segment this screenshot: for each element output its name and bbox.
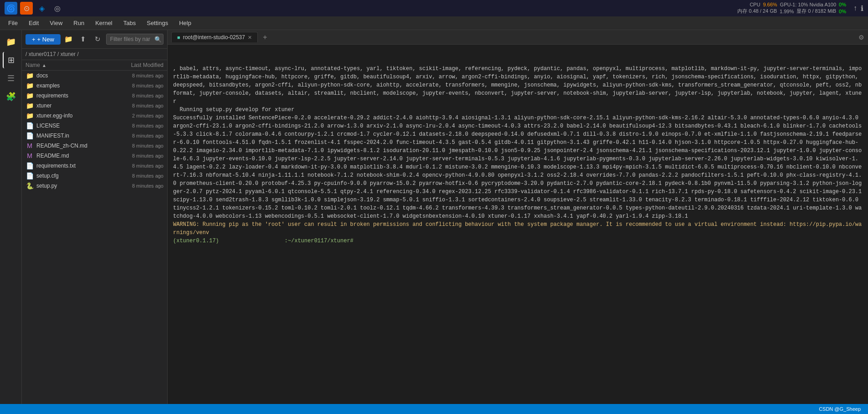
search-icon[interactable]: 🔍 xyxy=(154,36,162,43)
file-name: xtuner.egg-info xyxy=(36,112,104,119)
new-button[interactable]: + + New xyxy=(26,34,61,45)
sidebar-item-puzzle[interactable]: 🧩 xyxy=(3,88,19,105)
file-type-icon: 📁 xyxy=(26,82,34,89)
list-item[interactable]: 📁 examples 8 minutes ago xyxy=(22,81,167,91)
gpu-label: GPU-1: 10% Nvidia A100 xyxy=(780,2,837,7)
file-type-icon: 📁 xyxy=(26,102,34,109)
list-item[interactable]: M README_zh-CN.md 8 minutes ago xyxy=(22,141,167,151)
mem-label: 内存 0.48 / 24 GB xyxy=(737,8,777,15)
refresh-button[interactable]: ↻ xyxy=(92,33,104,46)
vscode-icon[interactable]: ◈ xyxy=(36,2,48,15)
file-name: MANIFEST.in xyxy=(36,133,104,139)
terminal-tab-label: root@intern-studio-02537 xyxy=(183,34,245,41)
list-item[interactable]: M README.md 8 minutes ago xyxy=(22,151,167,161)
sidebar-item-home[interactable]: ⊞ xyxy=(3,52,19,68)
filter-input-wrap: 🔍 xyxy=(106,34,163,45)
file-modified: 8 minutes ago xyxy=(104,153,163,158)
menu-run[interactable]: Run xyxy=(69,18,89,28)
cpu-label: CPU xyxy=(750,2,760,7)
col-name-header[interactable]: Name ▲ xyxy=(26,62,104,68)
terminal-tab-icon: ■ xyxy=(177,35,180,40)
display-label: 显存 0 / 8182 MiB xyxy=(797,8,836,15)
file-modified: 8 minutes ago xyxy=(104,163,163,169)
file-type-icon: 📁 xyxy=(26,92,34,99)
cpu-value: 9.66% xyxy=(763,2,777,7)
file-name: setup.cfg xyxy=(36,173,104,179)
file-type-icon: 📁 xyxy=(26,72,34,79)
file-name: docs xyxy=(36,72,104,79)
file-modified: 8 minutes ago xyxy=(104,123,163,128)
main-area: 📁 ⊞ ☰ 🧩 + + New 📁 ⬆ ↻ 🔍 / xtuner0117 / x… xyxy=(0,30,868,404)
file-modified: 8 minutes ago xyxy=(104,103,163,108)
terminal-tab[interactable]: ■ root@intern-studio-02537 ✕ xyxy=(171,32,258,42)
file-modified: 8 minutes ago xyxy=(104,143,163,148)
file-toolbar: + + New 📁 ⬆ ↻ 🔍 xyxy=(22,30,167,49)
list-item[interactable]: 📄 MANIFEST.in 8 minutes ago xyxy=(22,131,167,141)
breadcrumb-path: / xtuner0117 / xtuner / xyxy=(26,51,79,57)
sidebar-item-files[interactable]: 📁 xyxy=(3,34,19,50)
file-name: setup.py xyxy=(36,183,104,189)
list-item[interactable]: 📁 docs 8 minutes ago xyxy=(22,71,167,81)
menu-tabs[interactable]: Tabs xyxy=(119,18,140,28)
col-modified-header: Last Modified xyxy=(104,62,163,68)
file-name: examples xyxy=(36,82,104,89)
file-modified: 8 minutes ago xyxy=(104,83,163,88)
new-button-label: + New xyxy=(37,36,54,43)
system-bar-right: CPU 9.66% GPU-1: 10% Nvidia A100 0% 内存 0… xyxy=(737,2,863,15)
file-name: LICENSE xyxy=(36,123,104,129)
file-modified: 8 minutes ago xyxy=(104,93,163,98)
file-name: requirements.txt xyxy=(36,163,104,169)
file-type-icon: 📄 xyxy=(26,132,34,139)
file-type-icon: M xyxy=(26,152,34,159)
breadcrumb: / xtuner0117 / xtuner / xyxy=(22,49,167,60)
file-list: 📁 docs 8 minutes ago 📁 examples 8 minute… xyxy=(22,71,167,404)
new-folder-button[interactable]: 📁 xyxy=(62,33,75,46)
modified-label: Last Modified xyxy=(131,62,163,68)
menu-settings[interactable]: Settings xyxy=(142,18,173,28)
file-type-icon: 📄 xyxy=(26,162,34,169)
terminal-settings-icon[interactable]: ⚙ xyxy=(858,34,864,41)
cpu-info: CPU 9.66% GPU-1: 10% Nvidia A100 0% 内存 0… xyxy=(737,2,846,15)
list-item[interactable]: 📄 LICENSE 8 minutes ago xyxy=(22,121,167,131)
file-panel: + + New 📁 ⬆ ↻ 🔍 / xtuner0117 / xtuner / … xyxy=(22,30,168,404)
file-name: README.md xyxy=(36,153,104,159)
upload-icon[interactable]: ↑ xyxy=(853,4,857,13)
action-icons: ↑ ℹ xyxy=(853,4,863,13)
list-item[interactable]: 📁 requirements 8 minutes ago xyxy=(22,91,167,101)
file-type-icon: 📄 xyxy=(26,172,34,179)
file-type-icon: M xyxy=(26,142,34,149)
file-type-icon: 📁 xyxy=(26,112,34,119)
plus-icon: + xyxy=(32,36,36,43)
menu-kernel[interactable]: Kernel xyxy=(91,18,117,28)
menu-edit[interactable]: Edit xyxy=(24,18,43,28)
menu-help[interactable]: Help xyxy=(174,18,196,28)
terminal-warning: WARNING: Running pip as the 'root' user … xyxy=(173,220,863,237)
file-type-icon: 🐍 xyxy=(26,182,34,189)
list-item[interactable]: 🐍 setup.py 8 minutes ago xyxy=(22,181,167,191)
tab-close-button[interactable]: ✕ xyxy=(248,35,252,41)
orange-app-icon[interactable]: ⊙ xyxy=(20,2,33,15)
status-bar: CSDN @G_Sheep xyxy=(0,404,868,414)
gpu-value: 0% xyxy=(839,2,846,7)
terminal-content: , babel, attrs, async-timeout, async-lru… xyxy=(168,45,868,404)
sort-arrow-icon: ▲ xyxy=(42,63,46,68)
sidebar-item-list[interactable]: ☰ xyxy=(3,70,19,87)
list-item[interactable]: 📄 setup.cfg 8 minutes ago xyxy=(22,171,167,181)
tab-add-button[interactable]: + xyxy=(260,32,271,43)
info-icon[interactable]: ℹ xyxy=(861,4,863,13)
terminal-prompt: (xtuner0.1.17) :~/xtuner0117/xtuner# xyxy=(173,237,863,245)
file-name: requirements xyxy=(36,92,104,99)
list-item[interactable]: 📁 xtuner.egg-info 2 minutes ago xyxy=(22,111,167,121)
list-item[interactable]: 📄 requirements.txt 8 minutes ago xyxy=(22,161,167,171)
mem-pct: 1.99% xyxy=(780,9,794,14)
menu-view[interactable]: View xyxy=(45,18,67,28)
file-modified: 8 minutes ago xyxy=(104,133,163,138)
logo-icon[interactable]: 🌀 xyxy=(5,2,17,15)
menu-file[interactable]: File xyxy=(4,18,22,28)
name-label: Name xyxy=(26,62,40,68)
nav-icon[interactable]: ◎ xyxy=(51,2,64,15)
terminal-panel: ■ root@intern-studio-02537 ✕ + ⚙ , babel… xyxy=(168,30,868,404)
list-item[interactable]: 📁 xtuner 8 minutes ago xyxy=(22,101,167,111)
upload-button[interactable]: ⬆ xyxy=(77,33,90,46)
display-pct: 0% xyxy=(839,9,846,14)
